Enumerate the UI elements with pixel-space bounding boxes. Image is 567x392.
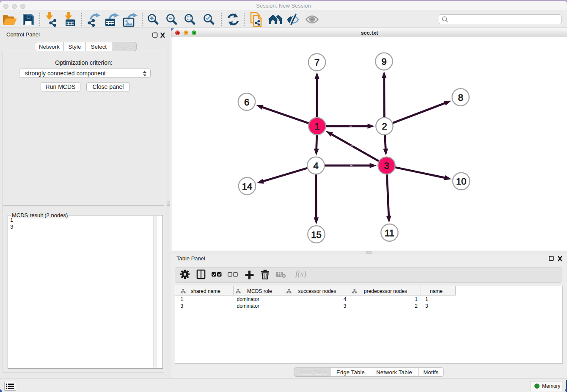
- svg-text:15: 15: [311, 229, 321, 240]
- svg-text:1: 1: [314, 121, 319, 132]
- svg-text:3: 3: [384, 160, 389, 171]
- svg-text:10: 10: [456, 176, 466, 187]
- svg-text:7: 7: [314, 57, 319, 68]
- svg-text:11: 11: [385, 228, 394, 238]
- svg-text:6: 6: [244, 97, 249, 108]
- svg-text:9: 9: [381, 56, 386, 67]
- svg-text:2: 2: [382, 121, 387, 132]
- svg-text:14: 14: [242, 181, 252, 192]
- svg-text:8: 8: [458, 92, 463, 103]
- svg-text:4: 4: [313, 160, 318, 171]
